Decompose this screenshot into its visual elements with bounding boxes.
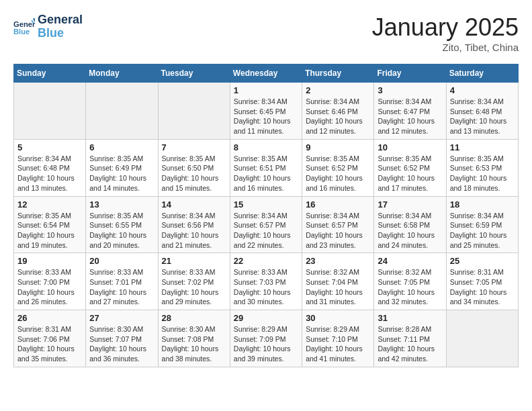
weekday-header: Thursday: [302, 64, 374, 83]
day-detail: Sunrise: 8:32 AM Sunset: 7:05 PM Dayligh…: [378, 267, 442, 307]
calendar-cell: 2Sunrise: 8:34 AM Sunset: 6:46 PM Daylig…: [302, 83, 374, 140]
weekday-header: Friday: [374, 64, 446, 83]
calendar-cell: 23Sunrise: 8:32 AM Sunset: 7:04 PM Dayli…: [302, 253, 374, 310]
logo: General Blue General Blue: [13, 13, 83, 40]
day-detail: Sunrise: 8:33 AM Sunset: 7:02 PM Dayligh…: [162, 267, 226, 307]
calendar-cell: 17Sunrise: 8:34 AM Sunset: 6:58 PM Dayli…: [374, 196, 446, 253]
day-detail: Sunrise: 8:31 AM Sunset: 7:05 PM Dayligh…: [450, 267, 515, 307]
calendar-week-row: 1Sunrise: 8:34 AM Sunset: 6:45 PM Daylig…: [14, 83, 519, 140]
calendar-cell: 8Sunrise: 8:35 AM Sunset: 6:51 PM Daylig…: [230, 139, 302, 196]
day-number: 12: [17, 199, 82, 210]
weekday-header: Monday: [86, 64, 158, 83]
day-number: 5: [17, 142, 82, 152]
day-number: 1: [234, 85, 298, 95]
calendar-cell: 1Sunrise: 8:34 AM Sunset: 6:45 PM Daylig…: [230, 83, 302, 140]
day-number: 18: [450, 199, 515, 210]
day-detail: Sunrise: 8:34 AM Sunset: 6:48 PM Dayligh…: [450, 97, 515, 136]
day-number: 27: [89, 313, 154, 323]
day-detail: Sunrise: 8:32 AM Sunset: 7:04 PM Dayligh…: [306, 267, 370, 307]
day-detail: Sunrise: 8:29 AM Sunset: 7:09 PM Dayligh…: [234, 324, 298, 364]
day-detail: Sunrise: 8:30 AM Sunset: 7:08 PM Dayligh…: [162, 324, 226, 364]
day-detail: Sunrise: 8:35 AM Sunset: 6:50 PM Dayligh…: [162, 154, 226, 193]
calendar-cell: 29Sunrise: 8:29 AM Sunset: 7:09 PM Dayli…: [230, 310, 302, 367]
title-block: January 2025 Zito, Tibet, China: [372, 13, 519, 53]
day-number: 11: [450, 142, 515, 152]
calendar-cell: 7Sunrise: 8:35 AM Sunset: 6:50 PM Daylig…: [158, 139, 230, 196]
day-number: 9: [306, 142, 370, 152]
calendar-cell: 22Sunrise: 8:33 AM Sunset: 7:03 PM Dayli…: [230, 253, 302, 310]
day-detail: Sunrise: 8:34 AM Sunset: 6:57 PM Dayligh…: [234, 211, 298, 250]
day-detail: Sunrise: 8:28 AM Sunset: 7:11 PM Dayligh…: [378, 324, 442, 364]
logo-icon: General Blue: [13, 16, 35, 38]
day-number: 19: [17, 256, 82, 266]
calendar: SundayMondayTuesdayWednesdayThursdayFrid…: [13, 64, 519, 367]
day-detail: Sunrise: 8:35 AM Sunset: 6:49 PM Dayligh…: [89, 154, 154, 193]
calendar-cell: 3Sunrise: 8:34 AM Sunset: 6:47 PM Daylig…: [374, 83, 446, 140]
day-detail: Sunrise: 8:34 AM Sunset: 6:58 PM Dayligh…: [378, 211, 442, 250]
day-detail: Sunrise: 8:35 AM Sunset: 6:52 PM Dayligh…: [306, 154, 370, 193]
calendar-cell: 10Sunrise: 8:35 AM Sunset: 6:52 PM Dayli…: [374, 139, 446, 196]
day-detail: Sunrise: 8:30 AM Sunset: 7:07 PM Dayligh…: [89, 324, 154, 364]
page-header: General Blue General Blue January 2025 Z…: [13, 13, 519, 53]
day-detail: Sunrise: 8:34 AM Sunset: 6:47 PM Dayligh…: [378, 97, 442, 136]
day-detail: Sunrise: 8:35 AM Sunset: 6:53 PM Dayligh…: [450, 154, 515, 193]
calendar-cell: 24Sunrise: 8:32 AM Sunset: 7:05 PM Dayli…: [374, 253, 446, 310]
day-number: 28: [162, 313, 226, 323]
day-detail: Sunrise: 8:33 AM Sunset: 7:00 PM Dayligh…: [17, 267, 82, 307]
day-number: 3: [378, 85, 442, 95]
calendar-cell: 6Sunrise: 8:35 AM Sunset: 6:49 PM Daylig…: [86, 139, 158, 196]
calendar-week-row: 26Sunrise: 8:31 AM Sunset: 7:06 PM Dayli…: [14, 310, 519, 367]
calendar-cell: [158, 83, 230, 140]
day-detail: Sunrise: 8:34 AM Sunset: 6:56 PM Dayligh…: [162, 211, 226, 250]
day-detail: Sunrise: 8:29 AM Sunset: 7:10 PM Dayligh…: [306, 324, 370, 364]
calendar-cell: 21Sunrise: 8:33 AM Sunset: 7:02 PM Dayli…: [158, 253, 230, 310]
location: Zito, Tibet, China: [372, 42, 519, 53]
calendar-week-row: 5Sunrise: 8:34 AM Sunset: 6:48 PM Daylig…: [14, 139, 519, 196]
day-number: 16: [306, 199, 370, 210]
calendar-cell: 31Sunrise: 8:28 AM Sunset: 7:11 PM Dayli…: [374, 310, 446, 367]
calendar-week-row: 19Sunrise: 8:33 AM Sunset: 7:00 PM Dayli…: [14, 253, 519, 310]
day-detail: Sunrise: 8:35 AM Sunset: 6:52 PM Dayligh…: [378, 154, 442, 193]
svg-text:Blue: Blue: [13, 28, 30, 36]
calendar-cell: 15Sunrise: 8:34 AM Sunset: 6:57 PM Dayli…: [230, 196, 302, 253]
day-number: 10: [378, 142, 442, 152]
day-detail: Sunrise: 8:34 AM Sunset: 6:45 PM Dayligh…: [234, 97, 298, 136]
day-detail: Sunrise: 8:35 AM Sunset: 6:51 PM Dayligh…: [234, 154, 298, 193]
day-number: 7: [162, 142, 226, 152]
weekday-header: Tuesday: [158, 64, 230, 83]
weekday-header-row: SundayMondayTuesdayWednesdayThursdayFrid…: [14, 64, 519, 83]
day-number: 24: [378, 256, 442, 266]
calendar-cell: [446, 310, 518, 367]
day-number: 26: [17, 313, 82, 323]
day-detail: Sunrise: 8:33 AM Sunset: 7:01 PM Dayligh…: [89, 267, 154, 307]
day-detail: Sunrise: 8:35 AM Sunset: 6:55 PM Dayligh…: [89, 211, 154, 250]
day-number: 23: [306, 256, 370, 266]
weekday-header: Sunday: [14, 64, 86, 83]
calendar-cell: 30Sunrise: 8:29 AM Sunset: 7:10 PM Dayli…: [302, 310, 374, 367]
day-detail: Sunrise: 8:35 AM Sunset: 6:54 PM Dayligh…: [17, 211, 82, 250]
day-detail: Sunrise: 8:34 AM Sunset: 6:48 PM Dayligh…: [17, 154, 82, 193]
day-number: 8: [234, 142, 298, 152]
day-number: 30: [306, 313, 370, 323]
day-number: 13: [89, 199, 154, 210]
calendar-cell: 20Sunrise: 8:33 AM Sunset: 7:01 PM Dayli…: [86, 253, 158, 310]
calendar-cell: 5Sunrise: 8:34 AM Sunset: 6:48 PM Daylig…: [14, 139, 86, 196]
day-detail: Sunrise: 8:31 AM Sunset: 7:06 PM Dayligh…: [17, 324, 82, 364]
weekday-header: Wednesday: [230, 64, 302, 83]
calendar-cell: 18Sunrise: 8:34 AM Sunset: 6:59 PM Dayli…: [446, 196, 518, 253]
day-number: 29: [234, 313, 298, 323]
calendar-cell: 16Sunrise: 8:34 AM Sunset: 6:57 PM Dayli…: [302, 196, 374, 253]
month-title: January 2025: [372, 13, 519, 42]
day-number: 17: [378, 199, 442, 210]
day-number: 6: [89, 142, 154, 152]
calendar-cell: [86, 83, 158, 140]
calendar-cell: 26Sunrise: 8:31 AM Sunset: 7:06 PM Dayli…: [14, 310, 86, 367]
calendar-cell: 13Sunrise: 8:35 AM Sunset: 6:55 PM Dayli…: [86, 196, 158, 253]
calendar-week-row: 12Sunrise: 8:35 AM Sunset: 6:54 PM Dayli…: [14, 196, 519, 253]
day-number: 22: [234, 256, 298, 266]
day-detail: Sunrise: 8:33 AM Sunset: 7:03 PM Dayligh…: [234, 267, 298, 307]
day-number: 25: [450, 256, 515, 266]
calendar-cell: 28Sunrise: 8:30 AM Sunset: 7:08 PM Dayli…: [158, 310, 230, 367]
calendar-cell: 25Sunrise: 8:31 AM Sunset: 7:05 PM Dayli…: [446, 253, 518, 310]
calendar-cell: [14, 83, 86, 140]
